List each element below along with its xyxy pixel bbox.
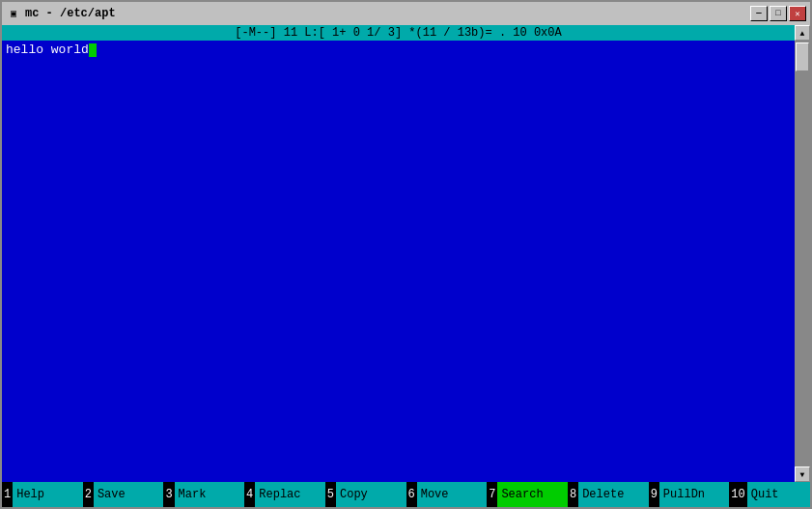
func-label-8: Delete	[578, 482, 649, 507]
func-num-1: 1	[2, 482, 13, 507]
scrollbar: ▲ ▼	[795, 25, 810, 482]
func-label-6: Move	[417, 482, 488, 507]
minimize-button[interactable]: —	[750, 6, 768, 21]
func-num-6: 6	[406, 482, 417, 507]
title-bar: ▣ mc - /etc/apt — □ ✕	[2, 2, 810, 25]
func-num-5: 5	[325, 482, 336, 507]
main-window: ▣ mc - /etc/apt — □ ✕ [-M--] 11 L:[ 1+ 0…	[0, 0, 812, 509]
scroll-track[interactable]	[795, 41, 810, 467]
func-label-5: Copy	[336, 482, 406, 507]
func-label-10: Quit	[747, 482, 810, 507]
editor-content: hello world	[6, 42, 89, 57]
scroll-thumb[interactable]	[796, 42, 809, 71]
func-num-7: 7	[487, 482, 497, 507]
func-label-1: Help	[13, 482, 83, 507]
func-num-2: 2	[83, 482, 94, 507]
text-area[interactable]: hello world	[2, 41, 795, 482]
func-label-4: Replac	[255, 482, 325, 507]
maximize-button[interactable]: □	[770, 6, 787, 21]
func-btn-6[interactable]: 6Move	[406, 482, 488, 507]
scroll-up-icon: ▲	[800, 29, 805, 38]
func-num-3: 3	[163, 482, 174, 507]
func-btn-5[interactable]: 5Copy	[325, 482, 406, 507]
func-label-3: Mark	[175, 482, 245, 507]
func-num-8: 8	[568, 482, 578, 507]
title-bar-left: ▣ mc - /etc/apt	[6, 6, 116, 21]
func-btn-3[interactable]: 3Mark	[163, 482, 244, 507]
close-button[interactable]: ✕	[789, 6, 806, 21]
func-num-9: 9	[649, 482, 659, 507]
cursor	[89, 43, 97, 57]
func-btn-9[interactable]: 9PullDn	[649, 482, 730, 507]
editor-area: [-M--] 11 L:[ 1+ 0 1/ 3] *(11 / 13b)= . …	[2, 25, 810, 482]
func-btn-8[interactable]: 8Delete	[568, 482, 649, 507]
app-icon: ▣	[6, 6, 21, 21]
func-label-2: Save	[94, 482, 164, 507]
status-bar: [-M--] 11 L:[ 1+ 0 1/ 3] *(11 / 13b)= . …	[2, 25, 795, 41]
func-label-7: Search	[497, 482, 568, 507]
function-bar: 1Help2Save3Mark4Replac5Copy6Move7Search8…	[2, 482, 810, 507]
func-btn-2[interactable]: 2Save	[83, 482, 164, 507]
func-btn-7[interactable]: 7Search	[487, 482, 568, 507]
func-label-9: PullDn	[659, 482, 730, 507]
title-buttons: — □ ✕	[750, 6, 806, 21]
func-btn-1[interactable]: 1Help	[2, 482, 83, 507]
func-btn-10[interactable]: 10Quit	[729, 482, 810, 507]
func-btn-4[interactable]: 4Replac	[244, 482, 325, 507]
func-num-4: 4	[244, 482, 255, 507]
func-num-10: 10	[729, 482, 746, 507]
editor-main: [-M--] 11 L:[ 1+ 0 1/ 3] *(11 / 13b)= . …	[2, 25, 795, 482]
scroll-down-icon: ▼	[800, 470, 805, 479]
scroll-down-button[interactable]: ▼	[795, 467, 810, 482]
window-title: mc - /etc/apt	[25, 7, 116, 20]
scroll-up-button[interactable]: ▲	[795, 25, 810, 41]
